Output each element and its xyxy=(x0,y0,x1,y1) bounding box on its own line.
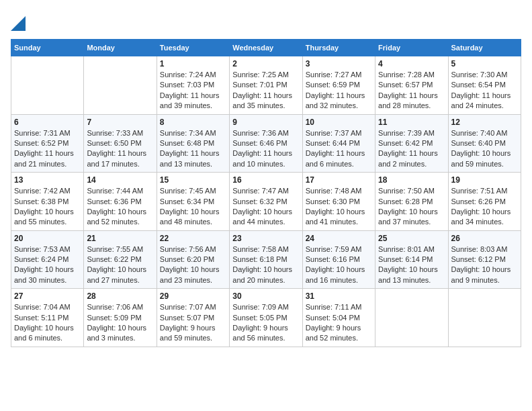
day-number: 10 xyxy=(306,118,372,127)
calendar-cell: 2Sunrise: 7:25 AM Sunset: 7:01 PM Daylig… xyxy=(230,56,302,115)
day-number: 12 xyxy=(451,118,518,127)
calendar-cell: 17Sunrise: 7:48 AM Sunset: 6:30 PM Dayli… xyxy=(302,173,375,231)
day-number: 23 xyxy=(232,234,299,243)
calendar-cell: 22Sunrise: 7:56 AM Sunset: 6:20 PM Dayli… xyxy=(157,230,229,289)
calendar-week-row: 20Sunrise: 7:53 AM Sunset: 6:24 PM Dayli… xyxy=(11,230,521,289)
day-info: Sunrise: 7:31 AM Sunset: 6:52 PM Dayligh… xyxy=(14,128,81,170)
calendar-week-row: 6Sunrise: 7:31 AM Sunset: 6:52 PM Daylig… xyxy=(11,114,521,173)
calendar-cell: 26Sunrise: 8:03 AM Sunset: 6:12 PM Dayli… xyxy=(448,230,521,289)
day-info: Sunrise: 7:37 AM Sunset: 6:44 PM Dayligh… xyxy=(306,128,372,170)
calendar-cell xyxy=(84,56,157,115)
calendar-cell: 4Sunrise: 7:28 AM Sunset: 6:57 PM Daylig… xyxy=(375,56,448,115)
calendar-cell: 11Sunrise: 7:39 AM Sunset: 6:42 PM Dayli… xyxy=(375,114,448,173)
day-info: Sunrise: 7:51 AM Sunset: 6:26 PM Dayligh… xyxy=(451,186,518,228)
day-number: 19 xyxy=(451,175,518,185)
day-info: Sunrise: 7:07 AM Sunset: 5:07 PM Dayligh… xyxy=(160,302,226,344)
calendar-cell: 23Sunrise: 7:58 AM Sunset: 6:18 PM Dayli… xyxy=(230,230,302,289)
day-number: 17 xyxy=(306,175,372,185)
calendar-cell: 24Sunrise: 7:59 AM Sunset: 6:16 PM Dayli… xyxy=(302,230,375,289)
day-number: 27 xyxy=(14,291,81,301)
day-number: 20 xyxy=(14,234,81,243)
day-info: Sunrise: 7:44 AM Sunset: 6:36 PM Dayligh… xyxy=(87,186,153,228)
day-number: 15 xyxy=(160,175,226,185)
calendar-week-row: 13Sunrise: 7:42 AM Sunset: 6:38 PM Dayli… xyxy=(11,173,521,231)
day-of-week-header: Monday xyxy=(84,40,157,56)
calendar-cell: 6Sunrise: 7:31 AM Sunset: 6:52 PM Daylig… xyxy=(11,114,84,173)
day-info: Sunrise: 7:39 AM Sunset: 6:42 PM Dayligh… xyxy=(378,128,445,170)
page-header xyxy=(11,11,521,31)
day-number: 31 xyxy=(306,291,372,301)
calendar-cell: 27Sunrise: 7:04 AM Sunset: 5:11 PM Dayli… xyxy=(11,289,84,347)
calendar-cell: 9Sunrise: 7:36 AM Sunset: 6:46 PM Daylig… xyxy=(230,114,302,173)
day-info: Sunrise: 7:04 AM Sunset: 5:11 PM Dayligh… xyxy=(14,302,81,344)
day-number: 28 xyxy=(87,291,153,301)
day-number: 25 xyxy=(378,234,445,243)
svg-marker-0 xyxy=(11,16,26,31)
day-info: Sunrise: 7:33 AM Sunset: 6:50 PM Dayligh… xyxy=(87,128,153,170)
day-number: 1 xyxy=(160,59,226,68)
calendar-cell: 30Sunrise: 7:09 AM Sunset: 5:05 PM Dayli… xyxy=(230,289,302,347)
day-number: 2 xyxy=(232,59,299,68)
day-number: 6 xyxy=(14,118,81,127)
calendar-cell: 19Sunrise: 7:51 AM Sunset: 6:26 PM Dayli… xyxy=(448,173,521,231)
day-info: Sunrise: 7:36 AM Sunset: 6:46 PM Dayligh… xyxy=(232,128,299,170)
day-info: Sunrise: 7:30 AM Sunset: 6:54 PM Dayligh… xyxy=(451,70,518,111)
calendar-cell: 29Sunrise: 7:07 AM Sunset: 5:07 PM Dayli… xyxy=(157,289,229,347)
calendar-cell: 5Sunrise: 7:30 AM Sunset: 6:54 PM Daylig… xyxy=(448,56,521,115)
day-number: 13 xyxy=(14,175,81,185)
calendar-cell: 1Sunrise: 7:24 AM Sunset: 7:03 PM Daylig… xyxy=(157,56,229,115)
day-number: 16 xyxy=(232,175,299,185)
day-of-week-header: Tuesday xyxy=(157,40,229,56)
calendar-cell: 28Sunrise: 7:06 AM Sunset: 5:09 PM Dayli… xyxy=(84,289,157,347)
calendar-cell: 14Sunrise: 7:44 AM Sunset: 6:36 PM Dayli… xyxy=(84,173,157,231)
day-info: Sunrise: 7:34 AM Sunset: 6:48 PM Dayligh… xyxy=(160,128,226,170)
calendar-cell xyxy=(11,56,84,115)
day-info: Sunrise: 7:55 AM Sunset: 6:22 PM Dayligh… xyxy=(87,244,153,286)
day-of-week-header: Friday xyxy=(375,40,448,56)
day-info: Sunrise: 7:11 AM Sunset: 5:04 PM Dayligh… xyxy=(306,302,372,344)
calendar-cell: 15Sunrise: 7:45 AM Sunset: 6:34 PM Dayli… xyxy=(157,173,229,231)
day-number: 11 xyxy=(378,118,445,127)
day-number: 8 xyxy=(160,118,226,127)
day-info: Sunrise: 7:45 AM Sunset: 6:34 PM Dayligh… xyxy=(160,186,226,228)
day-of-week-header: Thursday xyxy=(302,40,375,56)
day-number: 24 xyxy=(306,234,372,243)
day-of-week-header: Wednesday xyxy=(230,40,302,56)
logo-icon xyxy=(11,12,26,31)
day-info: Sunrise: 7:27 AM Sunset: 6:59 PM Dayligh… xyxy=(306,70,372,111)
calendar-cell: 7Sunrise: 7:33 AM Sunset: 6:50 PM Daylig… xyxy=(84,114,157,173)
day-info: Sunrise: 7:58 AM Sunset: 6:18 PM Dayligh… xyxy=(232,244,299,286)
calendar-week-row: 1Sunrise: 7:24 AM Sunset: 7:03 PM Daylig… xyxy=(11,56,521,115)
calendar-cell: 12Sunrise: 7:40 AM Sunset: 6:40 PM Dayli… xyxy=(448,114,521,173)
day-info: Sunrise: 7:53 AM Sunset: 6:24 PM Dayligh… xyxy=(14,244,81,286)
calendar-week-row: 27Sunrise: 7:04 AM Sunset: 5:11 PM Dayli… xyxy=(11,289,521,347)
day-number: 30 xyxy=(232,291,299,301)
day-of-week-header: Sunday xyxy=(11,40,84,56)
day-number: 22 xyxy=(160,234,226,243)
day-number: 29 xyxy=(160,291,226,301)
day-info: Sunrise: 8:01 AM Sunset: 6:14 PM Dayligh… xyxy=(378,244,445,286)
logo xyxy=(11,11,26,31)
day-number: 7 xyxy=(87,118,153,127)
day-number: 4 xyxy=(378,59,445,68)
calendar-table: SundayMondayTuesdayWednesdayThursdayFrid… xyxy=(11,39,521,347)
day-number: 18 xyxy=(378,175,445,185)
day-info: Sunrise: 8:03 AM Sunset: 6:12 PM Dayligh… xyxy=(451,244,518,286)
day-of-week-header: Saturday xyxy=(448,40,521,56)
day-info: Sunrise: 7:09 AM Sunset: 5:05 PM Dayligh… xyxy=(232,302,299,344)
day-info: Sunrise: 7:47 AM Sunset: 6:32 PM Dayligh… xyxy=(232,186,299,228)
day-info: Sunrise: 7:50 AM Sunset: 6:28 PM Dayligh… xyxy=(378,186,445,228)
day-info: Sunrise: 7:48 AM Sunset: 6:30 PM Dayligh… xyxy=(306,186,372,228)
calendar-cell xyxy=(375,289,448,347)
calendar-cell xyxy=(448,289,521,347)
day-info: Sunrise: 7:40 AM Sunset: 6:40 PM Dayligh… xyxy=(451,128,518,170)
day-info: Sunrise: 7:24 AM Sunset: 7:03 PM Dayligh… xyxy=(160,70,226,111)
calendar-cell: 20Sunrise: 7:53 AM Sunset: 6:24 PM Dayli… xyxy=(11,230,84,289)
calendar-cell: 31Sunrise: 7:11 AM Sunset: 5:04 PM Dayli… xyxy=(302,289,375,347)
day-number: 14 xyxy=(87,175,153,185)
calendar-cell: 8Sunrise: 7:34 AM Sunset: 6:48 PM Daylig… xyxy=(157,114,229,173)
calendar-cell: 3Sunrise: 7:27 AM Sunset: 6:59 PM Daylig… xyxy=(302,56,375,115)
day-info: Sunrise: 7:56 AM Sunset: 6:20 PM Dayligh… xyxy=(160,244,226,286)
calendar-cell: 16Sunrise: 7:47 AM Sunset: 6:32 PM Dayli… xyxy=(230,173,302,231)
calendar-cell: 13Sunrise: 7:42 AM Sunset: 6:38 PM Dayli… xyxy=(11,173,84,231)
